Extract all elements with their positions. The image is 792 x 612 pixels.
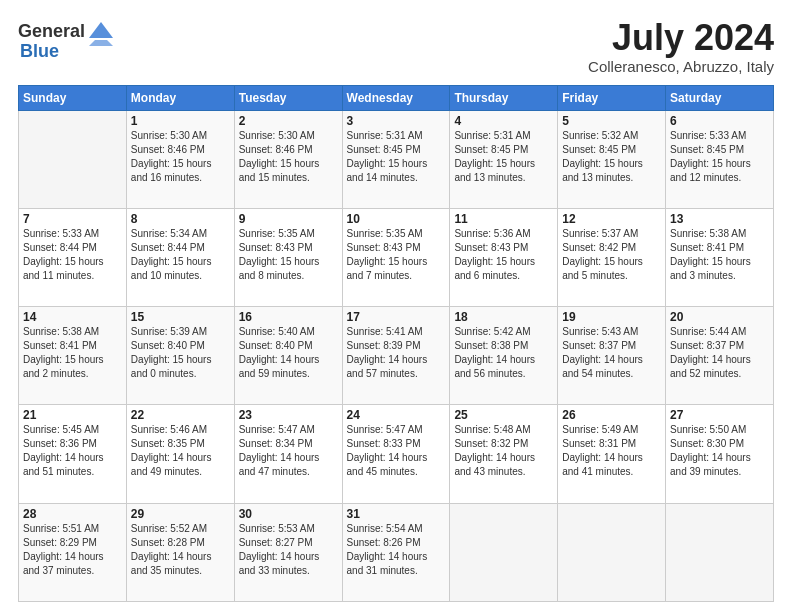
day-number: 7 [23,212,122,226]
weekday-header-friday: Friday [558,85,666,110]
day-info: Sunrise: 5:31 AMSunset: 8:45 PMDaylight:… [347,129,446,185]
day-number: 4 [454,114,553,128]
logo-blue-text: Blue [20,42,59,62]
calendar-week-5: 28Sunrise: 5:51 AMSunset: 8:29 PMDayligh… [19,503,774,601]
day-number: 14 [23,310,122,324]
day-info: Sunrise: 5:49 AMSunset: 8:31 PMDaylight:… [562,423,661,479]
day-info: Sunrise: 5:53 AMSunset: 8:27 PMDaylight:… [239,522,338,578]
calendar-cell: 20Sunrise: 5:44 AMSunset: 8:37 PMDayligh… [666,307,774,405]
day-number: 24 [347,408,446,422]
calendar-cell: 30Sunrise: 5:53 AMSunset: 8:27 PMDayligh… [234,503,342,601]
calendar-table: SundayMondayTuesdayWednesdayThursdayFrid… [18,85,774,602]
day-number: 3 [347,114,446,128]
calendar-cell: 7Sunrise: 5:33 AMSunset: 8:44 PMDaylight… [19,208,127,306]
day-number: 22 [131,408,230,422]
calendar-cell: 19Sunrise: 5:43 AMSunset: 8:37 PMDayligh… [558,307,666,405]
calendar-cell: 9Sunrise: 5:35 AMSunset: 8:43 PMDaylight… [234,208,342,306]
weekday-header-sunday: Sunday [19,85,127,110]
day-info: Sunrise: 5:41 AMSunset: 8:39 PMDaylight:… [347,325,446,381]
calendar-cell: 6Sunrise: 5:33 AMSunset: 8:45 PMDaylight… [666,110,774,208]
day-number: 29 [131,507,230,521]
day-number: 26 [562,408,661,422]
logo: General Blue [18,18,115,62]
day-info: Sunrise: 5:35 AMSunset: 8:43 PMDaylight:… [239,227,338,283]
day-info: Sunrise: 5:36 AMSunset: 8:43 PMDaylight:… [454,227,553,283]
day-number: 20 [670,310,769,324]
day-number: 21 [23,408,122,422]
weekday-header-saturday: Saturday [666,85,774,110]
header: General Blue July 2024 Colleranesco, Abr… [18,18,774,75]
calendar-cell: 23Sunrise: 5:47 AMSunset: 8:34 PMDayligh… [234,405,342,503]
weekday-header-tuesday: Tuesday [234,85,342,110]
day-info: Sunrise: 5:34 AMSunset: 8:44 PMDaylight:… [131,227,230,283]
logo-general-text: General [18,22,85,42]
day-number: 19 [562,310,661,324]
calendar-cell: 13Sunrise: 5:38 AMSunset: 8:41 PMDayligh… [666,208,774,306]
day-info: Sunrise: 5:50 AMSunset: 8:30 PMDaylight:… [670,423,769,479]
day-number: 17 [347,310,446,324]
day-info: Sunrise: 5:32 AMSunset: 8:45 PMDaylight:… [562,129,661,185]
day-number: 23 [239,408,338,422]
day-info: Sunrise: 5:31 AMSunset: 8:45 PMDaylight:… [454,129,553,185]
calendar-cell: 14Sunrise: 5:38 AMSunset: 8:41 PMDayligh… [19,307,127,405]
svg-marker-1 [89,40,113,46]
day-info: Sunrise: 5:46 AMSunset: 8:35 PMDaylight:… [131,423,230,479]
calendar-cell [19,110,127,208]
calendar-cell: 16Sunrise: 5:40 AMSunset: 8:40 PMDayligh… [234,307,342,405]
day-info: Sunrise: 5:54 AMSunset: 8:26 PMDaylight:… [347,522,446,578]
calendar-cell: 28Sunrise: 5:51 AMSunset: 8:29 PMDayligh… [19,503,127,601]
day-info: Sunrise: 5:35 AMSunset: 8:43 PMDaylight:… [347,227,446,283]
day-number: 12 [562,212,661,226]
day-number: 11 [454,212,553,226]
calendar-cell: 22Sunrise: 5:46 AMSunset: 8:35 PMDayligh… [126,405,234,503]
calendar-week-4: 21Sunrise: 5:45 AMSunset: 8:36 PMDayligh… [19,405,774,503]
day-info: Sunrise: 5:43 AMSunset: 8:37 PMDaylight:… [562,325,661,381]
calendar-week-1: 1Sunrise: 5:30 AMSunset: 8:46 PMDaylight… [19,110,774,208]
calendar-cell: 26Sunrise: 5:49 AMSunset: 8:31 PMDayligh… [558,405,666,503]
calendar-cell: 1Sunrise: 5:30 AMSunset: 8:46 PMDaylight… [126,110,234,208]
calendar-cell: 21Sunrise: 5:45 AMSunset: 8:36 PMDayligh… [19,405,127,503]
calendar-cell [666,503,774,601]
day-number: 5 [562,114,661,128]
day-info: Sunrise: 5:44 AMSunset: 8:37 PMDaylight:… [670,325,769,381]
day-info: Sunrise: 5:39 AMSunset: 8:40 PMDaylight:… [131,325,230,381]
calendar-cell: 12Sunrise: 5:37 AMSunset: 8:42 PMDayligh… [558,208,666,306]
calendar-cell: 18Sunrise: 5:42 AMSunset: 8:38 PMDayligh… [450,307,558,405]
day-number: 10 [347,212,446,226]
day-info: Sunrise: 5:33 AMSunset: 8:44 PMDaylight:… [23,227,122,283]
calendar-location: Colleranesco, Abruzzo, Italy [588,58,774,75]
day-number: 15 [131,310,230,324]
day-info: Sunrise: 5:37 AMSunset: 8:42 PMDaylight:… [562,227,661,283]
calendar-week-2: 7Sunrise: 5:33 AMSunset: 8:44 PMDaylight… [19,208,774,306]
day-number: 1 [131,114,230,128]
calendar-cell: 15Sunrise: 5:39 AMSunset: 8:40 PMDayligh… [126,307,234,405]
day-info: Sunrise: 5:30 AMSunset: 8:46 PMDaylight:… [239,129,338,185]
calendar-cell: 31Sunrise: 5:54 AMSunset: 8:26 PMDayligh… [342,503,450,601]
calendar-cell: 3Sunrise: 5:31 AMSunset: 8:45 PMDaylight… [342,110,450,208]
calendar-cell: 2Sunrise: 5:30 AMSunset: 8:46 PMDaylight… [234,110,342,208]
calendar-cell: 8Sunrise: 5:34 AMSunset: 8:44 PMDaylight… [126,208,234,306]
day-info: Sunrise: 5:42 AMSunset: 8:38 PMDaylight:… [454,325,553,381]
day-info: Sunrise: 5:40 AMSunset: 8:40 PMDaylight:… [239,325,338,381]
svg-marker-0 [89,22,113,38]
day-info: Sunrise: 5:48 AMSunset: 8:32 PMDaylight:… [454,423,553,479]
day-number: 25 [454,408,553,422]
day-number: 30 [239,507,338,521]
calendar-cell [558,503,666,601]
day-info: Sunrise: 5:33 AMSunset: 8:45 PMDaylight:… [670,129,769,185]
calendar-cell: 29Sunrise: 5:52 AMSunset: 8:28 PMDayligh… [126,503,234,601]
day-number: 6 [670,114,769,128]
calendar-title: July 2024 [588,18,774,58]
weekday-header-thursday: Thursday [450,85,558,110]
day-number: 31 [347,507,446,521]
calendar-header-row: SundayMondayTuesdayWednesdayThursdayFrid… [19,85,774,110]
day-info: Sunrise: 5:30 AMSunset: 8:46 PMDaylight:… [131,129,230,185]
day-number: 13 [670,212,769,226]
page: General Blue July 2024 Colleranesco, Abr… [0,0,792,612]
day-info: Sunrise: 5:47 AMSunset: 8:34 PMDaylight:… [239,423,338,479]
calendar-cell [450,503,558,601]
calendar-cell: 25Sunrise: 5:48 AMSunset: 8:32 PMDayligh… [450,405,558,503]
day-info: Sunrise: 5:51 AMSunset: 8:29 PMDaylight:… [23,522,122,578]
calendar-cell: 17Sunrise: 5:41 AMSunset: 8:39 PMDayligh… [342,307,450,405]
day-info: Sunrise: 5:38 AMSunset: 8:41 PMDaylight:… [23,325,122,381]
